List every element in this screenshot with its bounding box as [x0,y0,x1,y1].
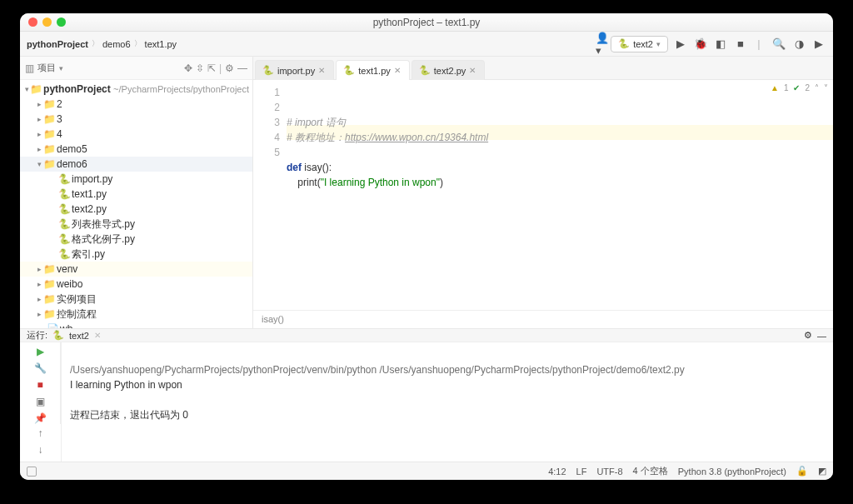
tree-label: 4 [57,128,62,140]
project-tree[interactable]: ▾ 📁 pythonProject ~/PycharmProjects/pyth… [20,80,252,328]
memory-indicator-icon[interactable]: ◩ [818,466,826,477]
chevron-right-icon[interactable]: ▸ [35,295,43,303]
file-encoding[interactable]: UTF-8 [596,467,622,477]
close-icon[interactable]: ✕ [394,66,401,75]
expand-all-icon[interactable]: ⇳ [196,62,204,74]
editor-tab-import[interactable]: 🐍import.py✕ [255,60,334,80]
pin-tab-icon[interactable]: 📌 [34,412,47,424]
chevron-right-icon[interactable]: ▸ [35,145,43,153]
gear-icon[interactable]: ⚙ [804,330,812,341]
tree-folder[interactable]: ▸📁实例项目 [20,292,252,307]
modify-run-config-icon[interactable]: 🔧 [34,362,47,374]
user-icon[interactable]: 👤▾ [596,37,611,52]
zoom-window[interactable] [57,17,66,27]
chevron-down-icon[interactable]: ▾ [59,64,63,72]
run-with-button[interactable]: ▶ [811,37,826,52]
tree-folder-venv[interactable]: ▸📁venv [20,262,252,277]
tree-folder[interactable]: ▸📁demo5 [20,142,252,157]
tree-folder[interactable]: ▸📁4 [20,127,252,142]
run-button[interactable]: ▶ [673,37,688,52]
stop-button[interactable]: ■ [733,37,748,52]
folder-icon: 📁 [43,278,55,290]
layout-icon[interactable]: ▣ [36,396,45,407]
minimize-window[interactable] [42,17,52,27]
indent-setting[interactable]: 4 个空格 [633,465,668,477]
update-project-button[interactable]: ◑ [791,37,806,52]
reader-mode-icon[interactable]: 🔓 [796,466,808,477]
rerun-button[interactable]: ▶ [37,346,44,357]
stop-run-button[interactable]: ■ [37,379,42,391]
close-icon[interactable]: ✕ [469,66,476,75]
caret-position[interactable]: 4:12 [548,467,566,477]
editor-tab-text1[interactable]: 🐍text1.py✕ [336,60,410,80]
structure-breadcrumb[interactable]: isay() [253,310,833,328]
tree-label: 列表推导式.py [72,217,135,232]
editor-tab-text2[interactable]: 🐍text2.py✕ [412,60,486,80]
chevron-right-icon: 〉 [134,38,142,49]
tree-file[interactable]: 🐍import.py [20,172,252,187]
editor-area: 🐍import.py✕ 🐍text1.py✕ 🐍text2.py✕ 1 2 3 … [253,57,833,328]
gear-icon[interactable]: ⚙ [225,62,234,74]
code-text[interactable]: # import 语句 # 教程地址：https://www.wpon.cn/1… [287,80,833,310]
python-run-icon: 🐍 [52,330,64,341]
debug-button[interactable]: 🐞 [693,37,708,52]
code-link[interactable]: https://www.wpon.cn/19364.html [345,132,488,143]
tree-project-root[interactable]: ▾ 📁 pythonProject ~/PycharmProjects/pyth… [20,82,252,97]
chevron-up-icon[interactable]: ˄ [815,83,819,92]
select-opened-icon[interactable]: ✥ [184,62,192,74]
close-icon[interactable]: ✕ [94,331,101,340]
close-window[interactable] [28,17,37,27]
hide-panel-icon[interactable]: — [817,331,826,341]
chevron-down-icon[interactable]: ˅ [824,83,828,92]
tab-label: import.py [277,66,315,76]
tree-folder[interactable]: ▸📁3 [20,112,252,127]
python-file-icon: 🐍 [58,203,70,215]
tree-file[interactable]: 🐍text1.py [20,187,252,202]
close-icon[interactable]: ✕ [318,66,325,75]
line-separator[interactable]: LF [576,467,587,477]
run-tab-label[interactable]: text2 [69,331,89,341]
tree-folder[interactable]: ▸📁控制流程 [20,307,252,322]
tree-folder[interactable]: ▸📁weibo [20,277,252,292]
run-config-select[interactable]: 🐍 text2 ▾ [611,36,668,52]
up-icon[interactable]: ↑ [38,427,43,439]
tree-label: 格式化例子.py [72,232,135,247]
crumb-folder[interactable]: demo6 [102,39,131,49]
tool-window-quick-access[interactable] [27,467,37,477]
tree-file[interactable]: 🐍索引.py [20,247,252,262]
inspection-widget[interactable]: ▲1 ✔2 ˄˅ [771,83,828,92]
tree-label: pythonProject [43,83,111,95]
chevron-down-icon[interactable]: ▾ [35,160,43,168]
breadcrumb[interactable]: pythonProject 〉 demo6 〉 text1.py [27,38,177,49]
tree-label: import.py [72,173,112,185]
collapse-all-icon[interactable]: ⇱ [207,62,216,74]
chevron-right-icon[interactable]: ▸ [35,130,43,138]
tree-file[interactable]: 🐍格式化例子.py [20,232,252,247]
line-gutter[interactable]: 1 2 3 4 5 [253,80,287,310]
tree-folder-demo6[interactable]: ▾📁demo6 [20,157,252,172]
down-icon[interactable]: ↓ [38,444,43,456]
code-editor[interactable]: 1 2 3 4 5 # import 语句 # 教程地址：https://www… [253,80,833,310]
tree-label: 实例项目 [57,292,97,307]
hide-panel-icon[interactable]: — [237,62,247,74]
tree-file[interactable]: 🐍text2.py [20,202,252,217]
project-view-icon[interactable]: ▥ [25,62,34,74]
run-gutter: ▶ 🔧 ■ ▣ 📌 ↑ ↓ ↩ 🖶 🗑 [20,342,62,480]
folder-icon: 📁 [43,143,55,155]
tree-file[interactable]: 📄wb [20,322,252,328]
tree-file[interactable]: 🐍列表推导式.py [20,217,252,232]
coverage-button[interactable]: ◧ [713,37,728,52]
python-interpreter[interactable]: Python 3.8 (pythonProject) [678,467,786,477]
search-everywhere-button[interactable]: 🔍 [771,37,786,52]
chevron-right-icon[interactable]: ▸ [35,100,43,108]
crumb-root[interactable]: pythonProject [27,39,88,49]
crumb-file[interactable]: text1.py [145,39,177,49]
python-file-icon: 🐍 [58,218,70,230]
run-console[interactable]: /Users/yanshuopeng/PycharmProjects/pytho… [62,342,833,480]
chevron-right-icon[interactable]: ▸ [35,115,43,123]
chevron-right-icon[interactable]: ▸ [35,280,43,288]
tree-folder[interactable]: ▸📁2 [20,97,252,112]
tree-label: 索引.py [72,247,105,262]
chevron-right-icon[interactable]: ▸ [35,265,43,273]
chevron-right-icon[interactable]: ▸ [35,310,43,318]
